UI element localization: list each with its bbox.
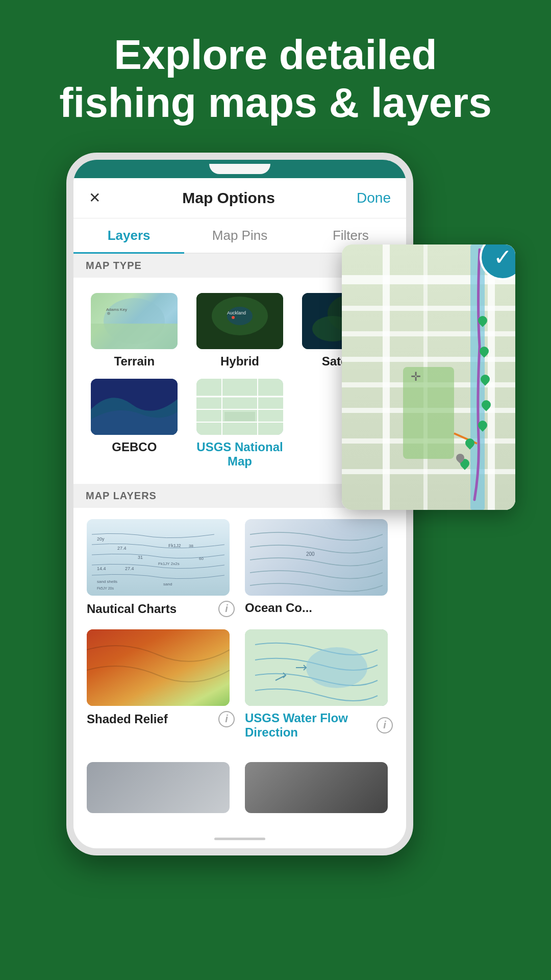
svg-text:sand shells: sand shells	[97, 579, 117, 584]
svg-rect-34	[87, 629, 230, 706]
terrain-label: Terrain	[114, 354, 155, 369]
map-layers-grid: 20y 27.4 31 Fk1J2 sand shells Fk5JY 20s …	[73, 508, 406, 751]
usgs-water-info-icon[interactable]: i	[377, 717, 393, 733]
map-type-hybrid[interactable]: Auckland Hybrid	[187, 288, 293, 374]
layer-shaded[interactable]: Shaded Relief i	[82, 623, 240, 746]
usgs-water-label: USGS Water Flow Direction	[245, 711, 377, 740]
layer-partial-left[interactable]	[82, 756, 240, 824]
nautical-label-row: Nautical Charts i	[87, 601, 235, 617]
map-overlay-map: ✛	[342, 244, 515, 510]
svg-text:Fk5JY 20s: Fk5JY 20s	[97, 586, 114, 590]
svg-point-6	[227, 307, 253, 325]
svg-text:31: 31	[138, 555, 143, 560]
ocean-label-row: Ocean Co...	[245, 601, 393, 615]
map-type-usgs[interactable]: ✓ USGS National Map	[187, 374, 293, 474]
layer-partial-right[interactable]	[240, 756, 398, 824]
hero-title: Explore detailed fishing maps & layers	[0, 0, 551, 153]
home-indicator	[214, 838, 265, 840]
svg-point-36	[306, 647, 367, 688]
gebco-label: GEBCO	[112, 440, 157, 454]
nautical-thumbnail: 20y 27.4 31 Fk1J2 sand shells Fk5JY 20s …	[87, 519, 230, 596]
usgs-water-thumbnail	[245, 629, 388, 706]
shaded-label-row: Shaded Relief i	[87, 711, 235, 727]
svg-text:14.4: 14.4	[97, 566, 106, 571]
partial-right-thumb	[245, 762, 388, 813]
partial-left-thumb	[87, 762, 230, 813]
layer-nautical[interactable]: 20y 27.4 31 Fk1J2 sand shells Fk5JY 20s …	[82, 513, 240, 623]
svg-text:27.4: 27.4	[117, 546, 127, 551]
nautical-label: Nautical Charts	[87, 602, 177, 616]
svg-text:Adams Key: Adams Key	[106, 307, 127, 312]
close-button[interactable]: ✕	[89, 189, 101, 206]
map-options-header: ✕ Map Options Done	[73, 178, 406, 218]
map-overlay-card: ✓	[342, 244, 515, 510]
map-type-terrain[interactable]: Adams Key Terrain	[82, 288, 187, 374]
usgs-water-label-row: USGS Water Flow Direction i	[245, 711, 393, 740]
layer-ocean[interactable]: 200 Ocean Co...	[240, 513, 398, 623]
done-button[interactable]: Done	[357, 190, 391, 206]
phone-notch	[209, 164, 270, 174]
header-title: Map Options	[182, 189, 275, 207]
svg-rect-1	[91, 324, 178, 349]
svg-text:sand: sand	[163, 582, 172, 586]
svg-text:60: 60	[199, 556, 204, 561]
svg-text:200: 200	[306, 551, 315, 557]
tab-layers[interactable]: Layers	[73, 218, 184, 253]
hybrid-label: Hybrid	[220, 354, 259, 369]
terrain-thumbnail: Adams Key	[91, 293, 178, 349]
svg-text:Fk1J2: Fk1J2	[168, 543, 181, 548]
svg-point-3	[107, 312, 110, 315]
svg-point-8	[232, 316, 235, 319]
ocean-label: Ocean Co...	[245, 601, 312, 615]
shaded-label: Shaded Relief	[87, 712, 168, 726]
usgs-thumbnail: ✓	[196, 379, 283, 435]
ocean-thumbnail: 200	[245, 519, 388, 596]
svg-rect-20	[224, 412, 255, 421]
hybrid-thumbnail: Auckland	[196, 293, 283, 349]
layer-usgs-water[interactable]: USGS Water Flow Direction i	[240, 623, 398, 746]
shaded-thumbnail	[87, 629, 230, 706]
svg-text:Auckland: Auckland	[227, 310, 246, 315]
svg-text:Fk1JY 2x2s: Fk1JY 2x2s	[158, 561, 180, 566]
phone-notch-bar	[73, 160, 406, 178]
phone-container: ✓	[66, 153, 485, 855]
map-type-gebco[interactable]: GEBCO	[82, 374, 187, 474]
shaded-info-icon[interactable]: i	[218, 711, 235, 727]
tab-map-pins[interactable]: Map Pins	[184, 218, 295, 253]
gebco-thumbnail	[91, 379, 178, 435]
svg-text:27.4: 27.4	[125, 566, 134, 571]
nautical-info-icon[interactable]: i	[218, 601, 235, 617]
svg-rect-14	[196, 379, 283, 435]
svg-text:38: 38	[189, 544, 193, 548]
svg-text:20y: 20y	[97, 536, 105, 542]
usgs-label: USGS National Map	[191, 440, 289, 469]
